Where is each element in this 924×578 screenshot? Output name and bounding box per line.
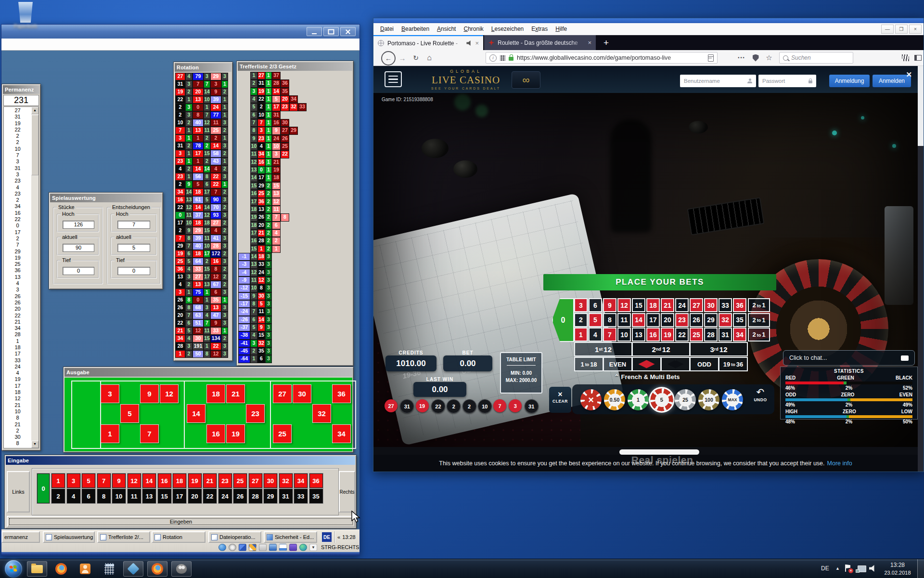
scrollbar[interactable]: ▲ ▼ (31, 107, 38, 448)
input-number-16[interactable]: 16 (157, 473, 172, 488)
close-icon[interactable] (340, 27, 356, 36)
bet-number-7[interactable]: 7 (603, 328, 616, 342)
back-button[interactable]: ← (381, 51, 396, 66)
bet-outside-5[interactable]: ODD (690, 357, 719, 371)
page-scrollbar[interactable] (918, 66, 924, 472)
url-bar[interactable]: i https://www.globallivecasino.com/de/ga… (486, 52, 718, 64)
tab-close-icon[interactable]: × (588, 39, 591, 46)
firefox-titlebar[interactable] (373, 18, 924, 23)
home-button[interactable]: ⌂ (424, 50, 435, 66)
taskbar-button-2[interactable]: Spielauswertung (43, 531, 95, 543)
menu-ansicht[interactable]: Ansicht (433, 26, 460, 32)
bet-number-14[interactable]: 14 (632, 313, 645, 327)
forward-button[interactable]: → (397, 50, 408, 66)
input-number-24[interactable]: 24 (218, 488, 232, 504)
tray-icon[interactable] (269, 544, 277, 551)
input-number-15[interactable]: 15 (157, 488, 172, 504)
tray-icon[interactable] (289, 544, 297, 551)
input-number-6[interactable]: 6 (81, 488, 96, 504)
scroll-up-icon[interactable]: ▲ (31, 107, 38, 114)
bet-number-31[interactable]: 31 (719, 328, 732, 342)
bet-number-25[interactable]: 25 (690, 328, 703, 342)
input-number-3[interactable]: 3 (66, 473, 81, 488)
close-icon[interactable]: × (909, 25, 922, 34)
maximize-icon[interactable] (323, 27, 339, 36)
bet-number-18[interactable]: 18 (646, 298, 660, 312)
input-number-7[interactable]: 7 (97, 473, 111, 488)
scroll-thumb[interactable] (31, 115, 38, 175)
bet-number-13[interactable]: 13 (632, 328, 645, 342)
bet-number-11[interactable]: 11 (617, 313, 631, 327)
tray-icon[interactable]: ▼ (309, 544, 317, 551)
search-input[interactable]: Suchen (779, 52, 853, 64)
page-actions-icon[interactable]: ••• (735, 50, 748, 66)
tray-icon[interactable] (229, 544, 236, 551)
rechts-button[interactable]: Rechts (339, 471, 355, 512)
input-number-2[interactable]: 2 (51, 488, 65, 504)
bet-outside-2[interactable]: EVEN (603, 357, 632, 371)
chat-input[interactable]: Click to chat... (783, 350, 915, 366)
input-number-23[interactable]: 23 (218, 473, 232, 488)
tab-audio-icon[interactable] (466, 40, 472, 46)
tray-icon[interactable] (218, 544, 226, 551)
bet-number-19[interactable]: 19 (661, 328, 674, 342)
taskbar-gimp-icon[interactable] (171, 561, 192, 577)
bet-number-27[interactable]: 27 (690, 298, 703, 312)
language-indicator[interactable]: DE (322, 532, 332, 542)
input-number-4[interactable]: 4 (66, 488, 81, 504)
links-button[interactable]: Links (7, 471, 30, 512)
input-number-34[interactable]: 34 (294, 473, 308, 488)
input-number-20[interactable]: 20 (188, 488, 202, 504)
taskbar-calculator-icon[interactable] (99, 561, 119, 577)
bet-number-17[interactable]: 17 (646, 313, 660, 327)
trefferliste-titlebar[interactable]: Trefferliste 2/3 Gesetz (238, 62, 352, 71)
input-number-9[interactable]: 9 (112, 473, 126, 488)
tab-portomaso[interactable]: Portomaso - Live Roulette - × (373, 35, 483, 50)
bet-column-2to1[interactable]: 2to1 (748, 328, 770, 342)
bet-number-2[interactable]: 2 (574, 313, 588, 327)
menu-lesezeichen[interactable]: Lesezeichen (488, 26, 527, 32)
hamburger-menu-icon[interactable] (385, 71, 402, 87)
input-number-36[interactable]: 36 (309, 473, 323, 488)
tab-close-icon[interactable]: × (475, 39, 479, 47)
undo-button[interactable]: ↶ UNDO (749, 387, 771, 402)
bet-number-33[interactable]: 33 (719, 298, 732, 312)
bet-dozen-3[interactable]: 3rd 12 (690, 342, 748, 356)
input-number-21[interactable]: 21 (203, 473, 217, 488)
taskbar-explorer-icon[interactable] (27, 561, 47, 577)
collapse-chevron[interactable]: « (337, 534, 340, 540)
language-indicator[interactable]: DE (821, 565, 829, 572)
tray-expand-icon[interactable]: ▲ (835, 566, 840, 571)
chips-menu-button[interactable]: ∞ (512, 71, 540, 89)
register-button[interactable]: Anmeldung (829, 75, 870, 87)
recycle-bin-icon[interactable] (17, 2, 34, 23)
bet-number-1[interactable]: 1 (574, 328, 588, 342)
tray-icon[interactable] (259, 544, 267, 551)
bet-number-34[interactable]: 34 (733, 328, 746, 342)
stuecke-aktuell-field[interactable]: 90 (63, 244, 94, 252)
taskbar-firefox-active-icon[interactable] (147, 561, 167, 577)
menu-extras[interactable]: Extras (527, 26, 552, 32)
shield-icon[interactable] (750, 50, 761, 66)
cookie-more-info-link[interactable]: More info (827, 460, 852, 467)
taskbar-firefox-icon[interactable] (51, 561, 71, 577)
menu-bearbeiten[interactable]: Bearbeiten (398, 26, 433, 32)
stuecke-tief-field[interactable]: 0 (63, 267, 94, 275)
url-text[interactable]: https://www.globallivecasino.com/de/game… (517, 54, 705, 61)
bet-number-24[interactable]: 24 (675, 298, 689, 312)
info-icon[interactable]: i (489, 54, 497, 62)
chip-25[interactable]: 25 (675, 389, 696, 410)
input-number-10[interactable]: 10 (112, 488, 126, 504)
tray-icon[interactable] (249, 544, 257, 551)
bet-column-2to1[interactable]: 2to1 (748, 298, 770, 312)
chip-1[interactable]: 1 (628, 389, 649, 410)
start-button[interactable] (5, 560, 22, 578)
bet-outside-1[interactable]: 1to18 (574, 357, 603, 371)
minimize-icon[interactable] (307, 27, 322, 36)
show-desktop-button[interactable] (917, 559, 924, 578)
permanenz-titlebar[interactable]: Permanenz (3, 85, 39, 94)
input-number-33[interactable]: 33 (294, 488, 308, 504)
bet-number-6[interactable]: 6 (589, 298, 602, 312)
eingeben-button[interactable]: Eingeben (7, 516, 355, 527)
bet-number-5[interactable]: 5 (589, 313, 602, 327)
